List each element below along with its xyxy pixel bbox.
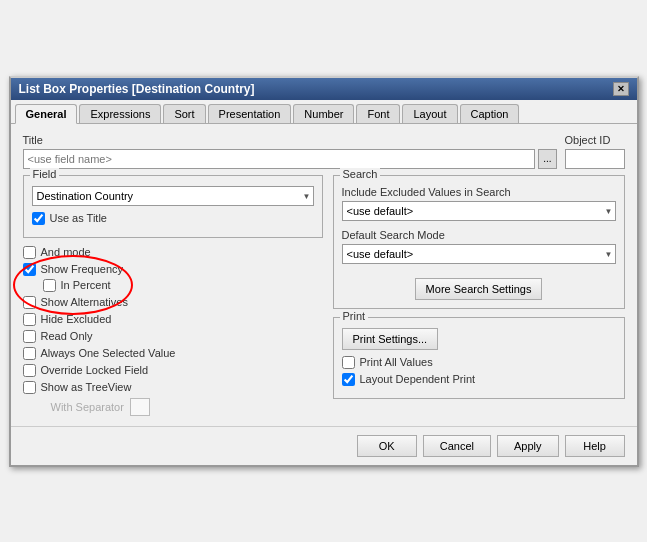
title-bar-buttons: ✕	[613, 82, 629, 96]
read-only-checkbox[interactable]	[23, 330, 36, 343]
more-search-settings-button[interactable]: More Search Settings	[415, 278, 543, 300]
tab-expressions[interactable]: Expressions	[79, 104, 161, 123]
override-locked-label: Override Locked Field	[41, 364, 149, 376]
show-treeview-checkbox[interactable]	[23, 381, 36, 394]
window-title: List Box Properties [Destination Country…	[19, 82, 255, 96]
show-frequency-label: Show Frequency	[41, 263, 124, 275]
override-locked-checkbox[interactable]	[23, 364, 36, 377]
tab-sort[interactable]: Sort	[163, 104, 205, 123]
default-search-mode-dropdown[interactable]: <use default>	[342, 244, 616, 264]
override-locked-row: Override Locked Field	[23, 364, 323, 377]
separator-input[interactable]: /	[130, 398, 150, 416]
use-as-title-checkbox[interactable]	[32, 212, 45, 225]
tab-layout[interactable]: Layout	[402, 104, 457, 123]
tab-caption[interactable]: Caption	[460, 104, 520, 123]
show-alternatives-label: Show Alternatives	[41, 296, 128, 308]
show-treeview-label: Show as TreeView	[41, 381, 132, 393]
ok-button[interactable]: OK	[357, 435, 417, 457]
header-row: Title ... Object ID LB01	[23, 134, 625, 169]
default-search-mode-wrapper: <use default>	[342, 244, 616, 264]
layout-dependent-checkbox[interactable]	[342, 373, 355, 386]
object-id-label: Object ID	[565, 134, 625, 146]
tab-presentation[interactable]: Presentation	[208, 104, 292, 123]
default-search-mode-label: Default Search Mode	[342, 229, 616, 241]
title-ellipsis-button[interactable]: ...	[538, 149, 556, 169]
field-dropdown[interactable]: Destination Country	[32, 186, 314, 206]
field-dropdown-wrapper: Destination Country	[32, 186, 314, 206]
tab-font[interactable]: Font	[356, 104, 400, 123]
show-frequency-checkbox[interactable]	[23, 263, 36, 276]
title-bar: List Box Properties [Destination Country…	[11, 78, 637, 100]
use-as-title-label: Use as Title	[50, 212, 107, 224]
field-group-label: Field	[30, 168, 60, 180]
close-button[interactable]: ✕	[613, 82, 629, 96]
print-all-values-checkbox[interactable]	[342, 356, 355, 369]
print-group-label: Print	[340, 310, 369, 322]
tab-number[interactable]: Number	[293, 104, 354, 123]
search-group: Search Include Excluded Values in Search…	[333, 175, 625, 309]
always-one-selected-checkbox[interactable]	[23, 347, 36, 360]
show-treeview-row: Show as TreeView	[23, 381, 323, 394]
print-all-values-row: Print All Values	[342, 356, 616, 369]
apply-button[interactable]: Apply	[497, 435, 559, 457]
hide-excluded-row: Hide Excluded	[23, 313, 323, 326]
main-window: List Box Properties [Destination Country…	[9, 76, 639, 467]
hide-excluded-checkbox[interactable]	[23, 313, 36, 326]
layout-dependent-label: Layout Dependent Print	[360, 373, 476, 385]
include-excluded-dropdown[interactable]: <use default>	[342, 201, 616, 221]
show-alternatives-checkbox[interactable]	[23, 296, 36, 309]
search-group-label: Search	[340, 168, 381, 180]
hide-excluded-label: Hide Excluded	[41, 313, 112, 325]
layout-dependent-row: Layout Dependent Print	[342, 373, 616, 386]
always-one-selected-row: Always One Selected Value	[23, 347, 323, 360]
in-percent-checkbox[interactable]	[43, 279, 56, 292]
right-column: Search Include Excluded Values in Search…	[333, 175, 625, 416]
tab-content: Title ... Object ID LB01 Field	[11, 124, 637, 426]
print-all-values-label: Print All Values	[360, 356, 433, 368]
always-one-selected-label: Always One Selected Value	[41, 347, 176, 359]
with-separator-label: With Separator	[51, 401, 124, 413]
tab-bar: General Expressions Sort Presentation Nu…	[11, 100, 637, 124]
and-mode-row: And mode	[23, 246, 323, 259]
title-label: Title	[23, 134, 557, 146]
help-button[interactable]: Help	[565, 435, 625, 457]
tab-general[interactable]: General	[15, 104, 78, 124]
in-percent-label: In Percent	[61, 279, 111, 291]
bottom-buttons: OK Cancel Apply Help	[11, 426, 637, 465]
read-only-row: Read Only	[23, 330, 323, 343]
object-id-input[interactable]: LB01	[565, 149, 625, 169]
separator-row: With Separator /	[51, 398, 323, 416]
print-group: Print Print Settings... Print All Values…	[333, 317, 625, 399]
print-settings-button[interactable]: Print Settings...	[342, 328, 439, 350]
read-only-label: Read Only	[41, 330, 93, 342]
cancel-button[interactable]: Cancel	[423, 435, 491, 457]
and-mode-label: And mode	[41, 246, 91, 258]
show-alternatives-row: Show Alternatives	[23, 296, 323, 309]
include-excluded-dropdown-wrapper: <use default>	[342, 201, 616, 221]
title-input[interactable]	[23, 149, 536, 169]
include-excluded-label: Include Excluded Values in Search	[342, 186, 616, 198]
field-group: Field Destination Country Use as Title	[23, 175, 323, 238]
and-mode-checkbox[interactable]	[23, 246, 36, 259]
